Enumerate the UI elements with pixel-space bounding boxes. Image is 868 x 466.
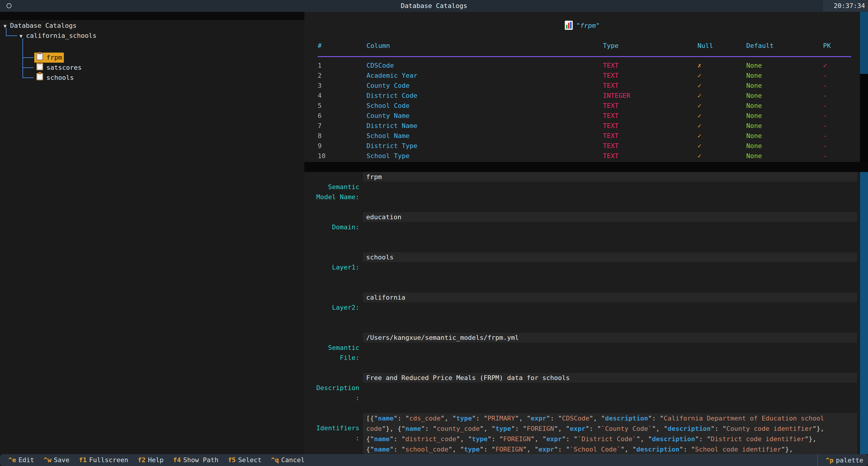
- layer2-label: Layer2:: [304, 303, 360, 313]
- row-number: 3: [318, 81, 321, 91]
- semantic-file-label: File:: [304, 353, 360, 363]
- shortcut-key: ^e: [8, 456, 16, 464]
- identifiers-json-line: {"name": "school_code", "type": "FOREIGN…: [366, 444, 857, 454]
- column-type: TEXT: [603, 151, 619, 161]
- column-name: School Code: [367, 101, 410, 111]
- semantic-model-name-label: Semantic: [304, 182, 360, 192]
- column-type: INTEGER: [603, 91, 630, 101]
- column-header-column[interactable]: Column: [367, 41, 390, 51]
- default-value: None: [746, 81, 762, 91]
- pk-mark: ✓: [823, 61, 827, 71]
- tree-connector: [23, 38, 23, 78]
- tree-connector: [23, 77, 34, 78]
- default-value: None: [746, 151, 762, 161]
- tree-database-label: california_schools: [26, 32, 96, 39]
- semantic-model-name-input[interactable]: frpm: [363, 172, 857, 182]
- tree-node-table-satscores[interactable]: satscores: [34, 63, 83, 73]
- layer2-input[interactable]: california: [363, 292, 857, 302]
- table-row[interactable]: 5School CodeTEXT✓None-: [304, 101, 860, 111]
- shortcut-key: f5: [228, 456, 236, 464]
- tree-table-label: satscores: [46, 63, 82, 73]
- catalog-tree-panel: ▼Database Catalogs ▼california_schools f…: [0, 12, 304, 454]
- semantic-file-input[interactable]: /Users/kangxue/semantic_models/frpm.yml: [363, 333, 857, 342]
- column-type: TEXT: [603, 141, 619, 151]
- tree-connector: [6, 35, 17, 36]
- form-scrollbar-thumb[interactable]: [860, 172, 868, 454]
- identifiers-input[interactable]: [{"name": "cds_code", "type": "PRIMARY",…: [363, 413, 857, 454]
- table-row[interactable]: 7District NameTEXT✓None-: [304, 121, 860, 131]
- shortcut-cancel[interactable]: ^qCancel: [271, 454, 305, 466]
- column-header-num[interactable]: #: [318, 41, 321, 51]
- pk-mark: -: [823, 91, 827, 101]
- column-type: TEXT: [603, 121, 619, 131]
- shortcut-edit[interactable]: ^eEdit: [8, 454, 34, 466]
- column-header-null[interactable]: Null: [698, 41, 713, 51]
- tree-root-label: Database Catalogs: [10, 22, 76, 29]
- domain-label: Domain:: [304, 222, 360, 232]
- nullable-mark: ✓: [698, 121, 701, 131]
- tree-table-label: frpm: [46, 53, 62, 63]
- form-field-semantic-file: /Users/kangxue/semantic_models/frpm.ymlS…: [304, 333, 860, 373]
- nullable-mark: ✓: [698, 101, 701, 111]
- chevron-down-icon[interactable]: ▼: [4, 21, 10, 31]
- column-name: School Name: [367, 131, 410, 141]
- nullable-mark: ✓: [698, 131, 701, 141]
- footer-bar: ^eEdit^wSavef1Fullscreenf2Helpf4Show Pat…: [0, 454, 868, 466]
- shortcut-key: f4: [173, 456, 181, 464]
- shortcut-show-path[interactable]: f4Show Path: [173, 454, 218, 466]
- shortcut-select[interactable]: f5Select: [228, 454, 261, 466]
- form-field-description: Free and Reduced Price Meals (FRPM) data…: [304, 373, 860, 413]
- table-row[interactable]: 3County CodeTEXT✓None-: [304, 81, 860, 91]
- column-name: Academic Year: [367, 71, 417, 81]
- form-field-semantic-model-name: frpmSemanticModel Name:: [304, 172, 860, 212]
- header-divider: [318, 56, 851, 57]
- table-row[interactable]: 9District TypeTEXT✓None-: [304, 141, 860, 151]
- shortcut-label: Help: [148, 456, 163, 464]
- table-scrollbar-track[interactable]: [860, 74, 868, 162]
- nullable-mark: ✓: [698, 141, 701, 151]
- form-field-domain: educationDomain:: [304, 212, 860, 252]
- table-row[interactable]: 1CDSCodeTEXT✗None✓: [304, 61, 860, 71]
- column-name: School Type: [367, 151, 410, 161]
- column-header-pk[interactable]: PK: [823, 41, 831, 51]
- column-header-default[interactable]: Default: [746, 41, 774, 51]
- nullable-mark: ✓: [698, 81, 701, 91]
- shortcut-label: Cancel: [281, 456, 305, 464]
- tree-panel-top-strip: [0, 12, 304, 20]
- shortcut-save[interactable]: ^wSave: [43, 454, 69, 466]
- table-row[interactable]: 10School TypeTEXT✓None-: [304, 151, 860, 161]
- column-name: County Code: [367, 81, 410, 91]
- column-type: TEXT: [603, 61, 619, 71]
- nullable-mark: ✓: [698, 91, 701, 101]
- column-type: TEXT: [603, 131, 619, 141]
- table-row[interactable]: 8School NameTEXT✓None-: [304, 131, 860, 141]
- column-name: District Type: [367, 141, 417, 151]
- table-title: "frpm": [304, 21, 860, 31]
- palette-shortcut[interactable]: ^p palette: [817, 454, 868, 466]
- shortcut-help[interactable]: f2Help: [138, 454, 163, 466]
- shortcut-fullscreen[interactable]: f1Fullscreen: [79, 454, 128, 466]
- tree-connector: [23, 57, 34, 58]
- tree-root[interactable]: ▼Database Catalogs: [4, 21, 76, 31]
- table-row[interactable]: 6County NameTEXT✓None-: [304, 111, 860, 121]
- table-row[interactable]: 2Academic YearTEXT✓None-: [304, 71, 860, 81]
- domain-input[interactable]: education: [363, 212, 857, 222]
- shortcut-label: Show Path: [183, 456, 218, 464]
- shortcut-label: Save: [54, 456, 69, 464]
- description-label: Description: [304, 383, 360, 393]
- table-row[interactable]: 4District CodeINTEGER✓None-: [304, 91, 860, 101]
- form-field-layer1: schoolsLayer1:: [304, 252, 860, 292]
- default-value: None: [746, 91, 762, 101]
- tree-node-database[interactable]: ▼california_schools: [20, 31, 96, 41]
- shortcut-label: Fullscreen: [89, 456, 128, 464]
- table-scrollbar-thumb[interactable]: [860, 12, 868, 74]
- column-header-type[interactable]: Type: [603, 41, 619, 51]
- default-value: None: [746, 131, 762, 141]
- description-input[interactable]: Free and Reduced Price Meals (FRPM) data…: [363, 373, 857, 383]
- layer1-input[interactable]: schools: [363, 252, 857, 262]
- identifiers-label: :: [304, 433, 360, 443]
- tree-node-table-schools[interactable]: schools: [34, 73, 76, 83]
- tree-node-table-frpm[interactable]: frpm: [34, 53, 64, 63]
- shortcut-label: Select: [238, 456, 261, 464]
- shortcut-key: f1: [79, 456, 87, 464]
